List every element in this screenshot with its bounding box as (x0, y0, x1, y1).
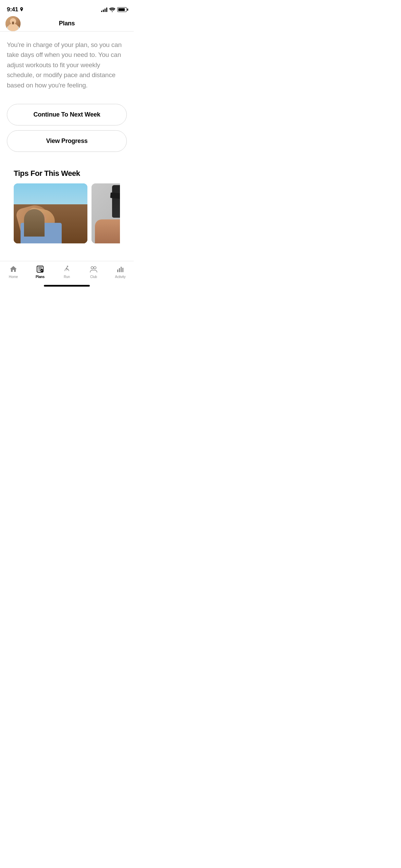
nav-item-club[interactable]: Club (80, 264, 107, 279)
nav-item-home[interactable]: Home (0, 264, 27, 279)
home-indicator (44, 285, 90, 287)
svg-rect-7 (121, 267, 122, 272)
club-icon (89, 265, 98, 274)
description-text: You're in charge of your plan, so you ca… (7, 40, 127, 90)
tips-images-container (14, 183, 120, 243)
wifi-icon (109, 8, 115, 12)
nav-item-plans[interactable]: Plans (27, 264, 53, 279)
signal-bars (101, 7, 107, 12)
view-progress-button[interactable]: View Progress (7, 130, 127, 152)
battery-icon (117, 7, 127, 12)
page-title: Plans (59, 20, 75, 27)
svg-point-3 (91, 267, 94, 269)
status-time: 9:41 (7, 6, 18, 13)
svg-rect-5 (117, 269, 118, 272)
tips-section-title: Tips For This Week (14, 169, 120, 178)
main-content: You're in charge of your plan, so you ca… (0, 32, 134, 256)
page-header: Plans (0, 17, 134, 32)
svg-point-4 (94, 267, 96, 269)
nav-label-activity: Activity (115, 275, 126, 279)
plans-icon (36, 265, 45, 274)
nav-label-club: Club (90, 275, 97, 279)
location-icon (20, 7, 24, 12)
avatar[interactable] (5, 16, 21, 31)
buttons-container: Continue To Next Week View Progress (7, 104, 127, 152)
continue-next-week-button[interactable]: Continue To Next Week (7, 104, 127, 125)
activity-icon (116, 265, 125, 274)
tip-image-card-2[interactable] (92, 183, 120, 243)
nav-item-activity[interactable]: Activity (107, 264, 134, 279)
run-icon (62, 265, 71, 274)
nav-label-plans: Plans (36, 275, 45, 279)
nav-label-home: Home (9, 275, 18, 279)
svg-rect-8 (122, 268, 123, 272)
nav-label-run: Run (64, 275, 70, 279)
tips-section: Tips For This Week (7, 169, 127, 243)
svg-rect-6 (119, 268, 120, 272)
home-icon (9, 265, 18, 274)
status-icons (101, 7, 127, 12)
nav-item-run[interactable]: Run (53, 264, 80, 279)
tip-image-card-1[interactable] (14, 183, 87, 243)
status-bar: 9:41 (0, 0, 134, 17)
svg-point-2 (67, 266, 68, 267)
bottom-navigation: Home Plans Run (0, 261, 134, 289)
